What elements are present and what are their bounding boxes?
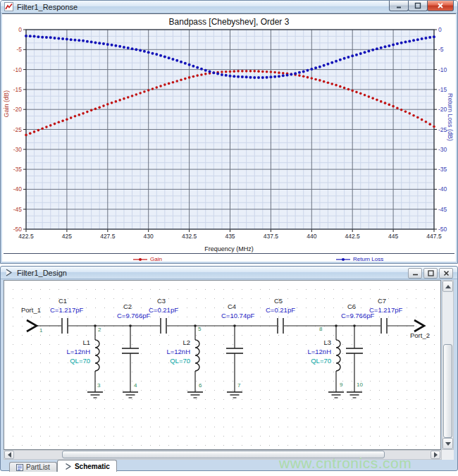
- schematic-canvas[interactable]: Port_1Port_2C1C=1.217pFL1L=12nHQL=70C2C=…: [4, 280, 441, 450]
- minimize-button[interactable]: [389, 1, 409, 11]
- data-point: [266, 76, 268, 79]
- gain-marker-icon: [133, 257, 147, 262]
- component-c1[interactable]: C1C=1.217pF: [50, 297, 83, 334]
- y-tick-label-right: -40: [438, 185, 447, 193]
- data-point: [253, 70, 256, 73]
- y-tick-label-right: -50: [438, 226, 447, 233]
- node-label-7: 7: [237, 382, 241, 389]
- data-point: [175, 59, 178, 62]
- data-point: [364, 51, 366, 54]
- data-point: [278, 75, 280, 78]
- schematic-icon: [64, 463, 72, 470]
- data-point: [127, 96, 130, 99]
- scroll-down-button[interactable]: [442, 438, 453, 449]
- port-arrow-icon: [27, 320, 37, 331]
- x-tick-label: 425: [62, 233, 72, 240]
- data-point: [171, 58, 174, 61]
- data-point: [139, 49, 142, 51]
- y-tick-label-right: 0: [438, 26, 442, 33]
- data-point: [282, 72, 285, 75]
- component-c3[interactable]: C3C=0.21pF: [149, 297, 178, 334]
- data-point: [58, 121, 61, 124]
- data-point: [73, 39, 76, 42]
- scroll-up-button[interactable]: [442, 281, 453, 292]
- data-point: [111, 44, 113, 47]
- minimize-button[interactable]: [408, 268, 422, 279]
- data-point: [307, 76, 309, 79]
- scroll-left-button[interactable]: [4, 451, 14, 459]
- close-button[interactable]: [439, 268, 453, 279]
- data-point: [311, 77, 314, 80]
- component-l3[interactable]: L3L=12nHQL=70: [307, 324, 344, 398]
- data-point: [388, 44, 390, 47]
- scroll-right-button[interactable]: [431, 451, 440, 459]
- x-tick-label: 440: [307, 233, 316, 240]
- legend-separator: [4, 253, 454, 254]
- close-icon: [437, 2, 444, 9]
- component-value: L=12nH: [66, 348, 90, 355]
- data-point: [102, 104, 105, 107]
- scrollbar-corner: [442, 450, 454, 460]
- data-point: [388, 104, 391, 106]
- data-point: [180, 61, 182, 63]
- vertical-scroll-thumb[interactable]: [443, 344, 452, 438]
- data-point: [147, 51, 150, 54]
- horizontal-scroll-thumb[interactable]: [62, 451, 385, 458]
- x-tick-label: 445: [388, 233, 398, 240]
- component-c5[interactable]: C5C=0.21pF: [266, 297, 295, 334]
- data-point: [49, 36, 52, 39]
- data-point: [188, 76, 191, 79]
- component-designator: C5: [274, 297, 283, 305]
- port-port_1[interactable]: Port_1: [21, 306, 41, 331]
- data-point: [424, 37, 427, 39]
- response-titlebar[interactable]: Filter1_Response: [1, 1, 457, 13]
- data-point: [347, 56, 349, 59]
- data-point: [253, 76, 256, 79]
- close-button[interactable]: [427, 1, 454, 11]
- data-point: [351, 90, 354, 92]
- data-point: [127, 47, 130, 49]
- y-tick-label-right: -15: [438, 86, 447, 93]
- component-value: C=1.217pF: [50, 306, 83, 314]
- y-tick-label-left: -25: [13, 126, 23, 133]
- data-point: [115, 100, 118, 103]
- data-point: [416, 116, 419, 119]
- data-point: [37, 129, 40, 132]
- data-point: [257, 76, 260, 79]
- port-port_2[interactable]: Port_2: [410, 320, 430, 339]
- component-value: L=12nH: [307, 348, 331, 355]
- design-titlebar[interactable]: Filter1_Design: [1, 267, 457, 279]
- data-point: [61, 37, 64, 40]
- arrow-right-icon: [434, 452, 438, 458]
- data-point: [261, 71, 264, 73]
- data-point: [57, 37, 60, 39]
- data-point: [159, 54, 162, 57]
- legend-gain: Gain: [133, 255, 162, 263]
- data-point: [188, 63, 191, 66]
- component-designator: C6: [347, 303, 356, 310]
- maximize-button[interactable]: [423, 268, 438, 279]
- data-point: [384, 45, 387, 48]
- data-point: [327, 81, 330, 84]
- y-tick-label-left: -45: [13, 206, 23, 213]
- data-point: [131, 47, 134, 50]
- y-tick-label-right: -20: [438, 106, 447, 113]
- tab-partlist-label: PartList: [26, 463, 50, 471]
- data-point: [400, 42, 403, 44]
- tab-schematic[interactable]: Schematic: [57, 460, 117, 472]
- data-point: [175, 80, 178, 83]
- data-point: [212, 71, 215, 74]
- horizontal-scrollbar[interactable]: [4, 450, 442, 460]
- component-l2[interactable]: L2L=12nHQL=70: [166, 324, 203, 398]
- vertical-scrollbar[interactable]: [442, 280, 454, 450]
- tab-partlist[interactable]: PartList: [9, 462, 57, 472]
- data-point: [118, 99, 121, 102]
- restore-button[interactable]: [408, 1, 428, 11]
- data-point: [229, 75, 232, 78]
- data-point: [245, 75, 248, 78]
- return-loss-marker-icon: [336, 257, 350, 262]
- design-body: Port_1Port_2C1C=1.217pFL1L=12nHQL=70C2C=…: [1, 279, 457, 471]
- data-point: [278, 71, 280, 74]
- data-point: [318, 79, 321, 82]
- data-point: [355, 54, 358, 56]
